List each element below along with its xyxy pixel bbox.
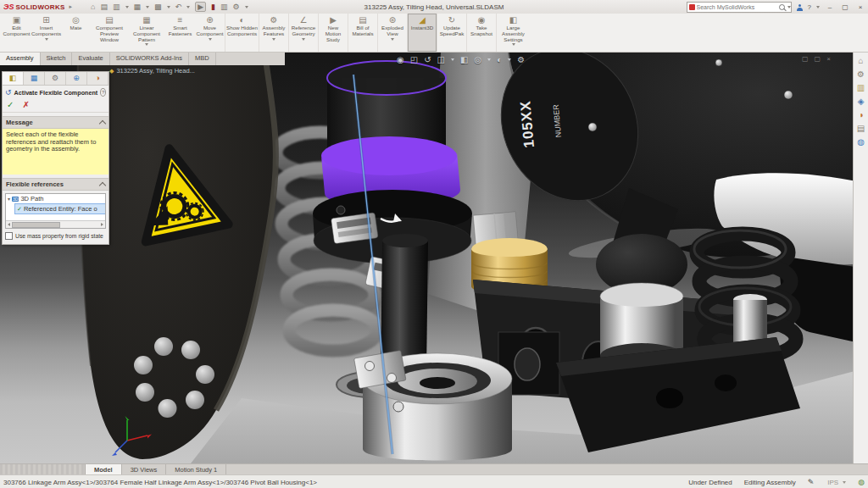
search-icon[interactable] (779, 4, 785, 10)
displaymanager-tab-icon[interactable]: ◑ (87, 72, 108, 85)
display-style-icon[interactable]: ◎ (474, 55, 481, 64)
save-caret-icon[interactable] (146, 6, 149, 8)
featuremanager-flyout-root[interactable]: ◆ 313225 Assy, Tilting Head... (109, 67, 195, 75)
dropdown-caret-icon[interactable] (302, 38, 305, 41)
dropdown-caret-icon[interactable] (272, 38, 275, 41)
horizontal-scrollbar[interactable] (6, 220, 105, 228)
update-speedpak-button[interactable]: ↻ Update SpeedPak (437, 14, 466, 52)
search-caret-icon[interactable] (787, 6, 791, 8)
flexible-references-list[interactable]: ▾ 3D 3D Path ✓ Referenced Entity: Face o (5, 193, 106, 229)
file-explorer-icon[interactable]: ◈ (858, 97, 865, 106)
dropdown-caret-icon[interactable] (512, 43, 515, 46)
tab-evaluate[interactable]: Evaluate (72, 53, 109, 65)
zoom-to-area-icon[interactable]: ◰ (410, 55, 418, 64)
dropdown-caret-icon[interactable] (45, 38, 48, 41)
options-caret-icon[interactable] (245, 6, 248, 8)
options-gear-icon[interactable]: ⚙ (233, 3, 240, 11)
view-orientation-icon[interactable]: ◧ (460, 55, 468, 64)
tree-node-referenced-entity[interactable]: ✓ Referenced Entity: Face o (14, 203, 106, 214)
dropdown-caret-icon[interactable] (451, 58, 454, 61)
file-properties-icon[interactable]: ▥ (220, 3, 228, 11)
view-settings-icon[interactable]: ⚙ (517, 55, 525, 64)
user-account-icon[interactable] (797, 8, 803, 11)
dropdown-caret-icon[interactable] (209, 38, 212, 41)
close-button[interactable]: × (855, 3, 865, 11)
large-assembly-settings-button[interactable]: ◧ Large Assembly Settings (496, 14, 530, 52)
move-component-button[interactable]: ⊕ Move Component (195, 14, 225, 52)
search-input[interactable] (687, 4, 776, 10)
smart-fasteners-button[interactable]: ≡ Smart Fasteners (165, 14, 195, 52)
message-section-header[interactable]: Message (3, 116, 108, 129)
save-icon[interactable]: ▦ (134, 3, 142, 11)
open-icon[interactable]: ▥ (113, 3, 120, 11)
help-caret-icon[interactable] (816, 6, 820, 8)
tab-assembly[interactable]: Assembly (0, 53, 41, 65)
home-icon[interactable]: ⌂ (91, 3, 95, 11)
markup-icon[interactable]: ▮ (211, 3, 215, 11)
previous-view-icon[interactable]: ↺ (424, 55, 431, 64)
edit-component-button[interactable]: ▣ Edit Component (2, 14, 31, 52)
linear-component-pattern-button[interactable]: ▦ Linear Component Pattern (128, 14, 165, 52)
doc-restore-icon[interactable]: ▢ (802, 55, 809, 63)
status-globe-icon[interactable]: ◍ (858, 478, 865, 486)
bill-of-materials-button[interactable]: ▤ Bill of Materials (348, 14, 377, 52)
help-icon[interactable]: ? (808, 3, 811, 11)
new-motion-study-button[interactable]: ▶ New Motion Study (318, 14, 348, 52)
forum-globe-icon[interactable]: ◍ (857, 137, 865, 147)
flexible-references-section-header[interactable]: Flexible references (3, 178, 108, 191)
dropdown-caret-icon[interactable] (145, 43, 148, 46)
tab-mbd[interactable]: MBD (189, 53, 216, 65)
minimize-button[interactable]: – (825, 3, 835, 11)
menu-flyout-icon[interactable]: ▸ (70, 3, 73, 10)
doc-close-icon[interactable]: × (826, 55, 831, 63)
tree-expand-caret-icon[interactable]: ▾ (8, 196, 10, 202)
insert-components-button[interactable]: ⊞ Insert Components (31, 14, 61, 52)
propertymanager-tab-icon[interactable]: ▦ (24, 72, 45, 85)
configurationmanager-tab-icon[interactable]: ⚙ (45, 72, 66, 85)
print-caret-icon[interactable] (167, 6, 170, 8)
exploded-view-button[interactable]: ⊛ Exploded View (377, 14, 407, 52)
unit-system-label[interactable]: IPS (827, 479, 838, 486)
scroll-right-icon[interactable] (101, 223, 103, 226)
doc-minimize-icon[interactable]: ▢ (815, 55, 821, 63)
design-library-icon[interactable]: ▥ (857, 83, 865, 92)
rebuild-icon[interactable]: ▶ (195, 2, 206, 12)
units-caret-icon[interactable] (843, 481, 846, 484)
mass-property-option[interactable]: Use mass property from rigid state (3, 229, 108, 244)
help-circle-icon[interactable]: ? (100, 88, 106, 97)
cancel-button[interactable]: ✗ (22, 100, 29, 109)
featuremanager-tree-tab-icon[interactable]: ◧ (3, 72, 24, 85)
undo-caret-icon[interactable] (186, 6, 190, 8)
section-view-icon[interactable]: ◫ (437, 55, 445, 64)
tree-node-path[interactable]: ▾ 3D 3D Path (6, 194, 105, 203)
collapse-chevron-icon[interactable] (99, 119, 106, 126)
zoom-to-fit-icon[interactable]: ◉ (397, 55, 404, 64)
mass-property-checkbox[interactable] (5, 232, 13, 240)
component-preview-window-button[interactable]: ▤ Component Preview Window (91, 14, 128, 52)
show-hidden-components-button[interactable]: ◐ Show Hidden Components (225, 14, 259, 52)
collapse-chevron-icon[interactable] (99, 181, 106, 188)
restore-button[interactable]: ▢ (840, 3, 850, 11)
dropdown-caret-icon[interactable] (508, 58, 511, 61)
undo-icon[interactable]: ↶ (175, 3, 182, 11)
home-tab-icon[interactable]: ⌂ (858, 56, 863, 65)
dropdown-caret-icon[interactable] (487, 58, 491, 61)
hide-show-items-icon[interactable]: ◐ (497, 55, 502, 64)
tab-solidworks-add-ins[interactable]: SOLIDWORKS Add-Ins (110, 53, 189, 65)
resources-gear-icon[interactable]: ⚙ (857, 69, 865, 79)
dimxpertmanager-tab-icon[interactable]: ⊕ (66, 72, 87, 85)
instant3d-button[interactable]: ◢ Instant3D (407, 14, 437, 52)
scroll-left-icon[interactable] (8, 223, 10, 226)
new-document-icon[interactable]: ▤ (101, 3, 108, 11)
ok-button[interactable]: ✓ (7, 100, 14, 109)
assembly-features-button[interactable]: ⚙ Assembly Features (259, 14, 288, 52)
reference-geometry-button[interactable]: ∠ Reference Geometry (288, 14, 318, 52)
search-box[interactable] (687, 2, 792, 13)
custom-properties-icon[interactable]: ▤ (857, 124, 865, 133)
appearances-icon[interactable]: ◑ (858, 110, 863, 119)
graphics-viewport[interactable]: 105XX NUMBER (0, 53, 868, 463)
open-caret-icon[interactable] (125, 6, 129, 8)
take-snapshot-button[interactable]: ◉ Take Snapshot (466, 14, 496, 52)
dropdown-caret-icon[interactable] (391, 38, 394, 41)
tab-sketch[interactable]: Sketch (41, 53, 73, 65)
